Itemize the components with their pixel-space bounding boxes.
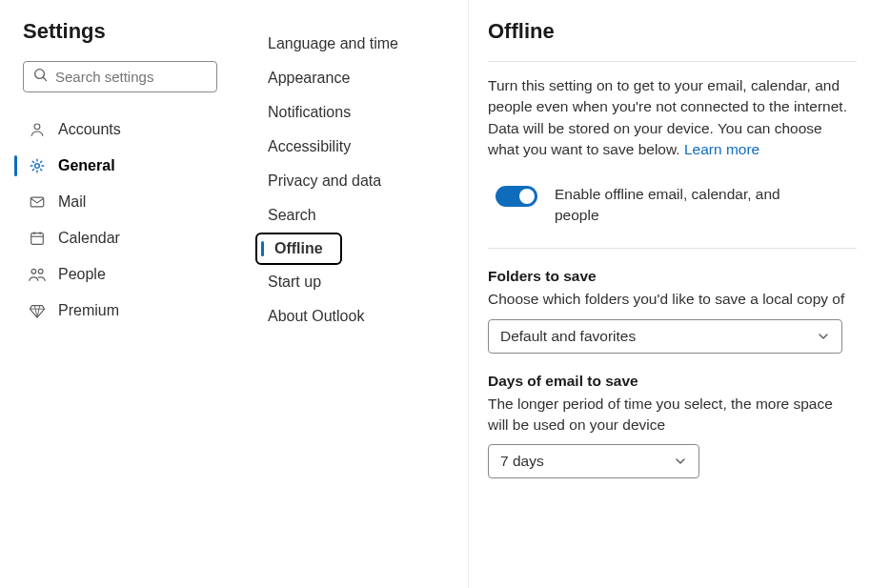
category-calendar[interactable]: Calendar — [23, 220, 222, 256]
svg-point-2 — [34, 124, 40, 130]
folders-title: Folders to save — [488, 268, 857, 285]
days-description: The longer period of time you select, th… — [488, 394, 857, 435]
category-label: General — [58, 157, 115, 174]
category-accounts[interactable]: Accounts — [23, 112, 222, 148]
divider — [488, 61, 857, 62]
category-premium[interactable]: Premium — [23, 293, 222, 329]
category-label: Mail — [58, 193, 86, 211]
subcategory-label: Start up — [268, 274, 321, 290]
calendar-icon — [28, 229, 47, 248]
gear-icon — [28, 156, 47, 175]
folders-select-value: Default and favorites — [500, 328, 636, 345]
category-mail[interactable]: Mail — [23, 184, 222, 220]
chevron-down-icon — [817, 330, 830, 343]
subcategory-label: Language and time — [268, 35, 398, 51]
settings-content: Offline Turn this setting on to get to y… — [469, 0, 870, 588]
offline-description: Turn this setting on to get to your emai… — [488, 75, 857, 161]
category-people[interactable]: People — [23, 256, 222, 293]
diamond-icon — [28, 301, 47, 320]
subcategory-panel: Language and time Appearance Notificatio… — [242, 0, 469, 588]
page-heading: Offline — [488, 19, 857, 44]
learn-more-link[interactable]: Learn more — [684, 141, 759, 157]
mail-icon — [28, 193, 47, 212]
search-icon — [33, 68, 55, 86]
folders-description: Choose which folders you'd like to save … — [488, 289, 857, 310]
enable-offline-label: Enable offline email, calendar, and peop… — [555, 184, 812, 225]
svg-point-3 — [35, 164, 40, 169]
settings-sidebar: Settings Accounts General Mail — [0, 0, 242, 588]
chevron-down-icon — [674, 455, 687, 468]
days-of-email-section: Days of email to save The longer period … — [488, 373, 857, 478]
subcategory-privacy-and-data[interactable]: Privacy and data — [255, 164, 391, 198]
subcategory-start-up[interactable]: Start up — [255, 265, 331, 299]
subcategory-label: Notifications — [268, 104, 351, 120]
enable-offline-toggle[interactable] — [496, 186, 537, 207]
subcategory-label: Appearance — [268, 70, 350, 86]
svg-line-1 — [43, 77, 46, 80]
category-general[interactable]: General — [23, 148, 222, 184]
days-title: Days of email to save — [488, 373, 857, 390]
people-icon — [28, 265, 47, 284]
category-label: Accounts — [58, 121, 121, 138]
folders-to-save-section: Folders to save Choose which folders you… — [488, 268, 857, 354]
subcategory-appearance[interactable]: Appearance — [255, 61, 359, 95]
subcategory-language-and-time[interactable]: Language and time — [255, 27, 408, 61]
divider — [488, 248, 857, 249]
days-select-value: 7 days — [500, 453, 544, 470]
description-text: Turn this setting on to get to your emai… — [488, 77, 847, 157]
subcategory-label: Accessibility — [268, 138, 351, 154]
category-list: Accounts General Mail Calendar People — [23, 112, 222, 329]
subcategory-label: Search — [268, 207, 316, 223]
enable-offline-row: Enable offline email, calendar, and peop… — [488, 184, 857, 225]
search-input[interactable] — [55, 69, 207, 85]
subcategory-offline[interactable]: Offline — [255, 233, 342, 265]
search-settings-field[interactable] — [23, 61, 217, 92]
subcategory-label: About Outlook — [268, 308, 364, 324]
folders-select[interactable]: Default and favorites — [488, 319, 842, 354]
category-label: Calendar — [58, 230, 120, 247]
subcategory-label: Offline — [274, 240, 323, 256]
subcategory-accessibility[interactable]: Accessibility — [255, 130, 360, 164]
svg-point-9 — [31, 269, 36, 274]
category-label: People — [58, 266, 106, 283]
subcategory-list: Language and time Appearance Notificatio… — [255, 27, 462, 334]
svg-point-10 — [38, 269, 43, 274]
subcategory-search[interactable]: Search — [255, 198, 326, 233]
svg-rect-5 — [31, 233, 44, 245]
days-select[interactable]: 7 days — [488, 444, 699, 478]
subcategory-notifications[interactable]: Notifications — [255, 95, 360, 130]
subcategory-label: Privacy and data — [268, 172, 381, 189]
person-icon — [28, 120, 47, 139]
svg-rect-4 — [30, 197, 44, 207]
category-label: Premium — [58, 302, 119, 319]
settings-title: Settings — [23, 19, 222, 44]
subcategory-about-outlook[interactable]: About Outlook — [255, 299, 374, 334]
